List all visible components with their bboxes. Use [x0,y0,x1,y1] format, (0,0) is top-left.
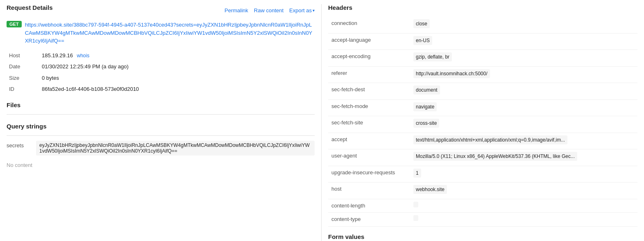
whois-link[interactable]: whois [77,53,90,59]
header-value: gzip, deflate, br [413,52,452,61]
header-value: 1 [413,169,421,178]
header-row: accept-encoding gzip, deflate, br [328,50,637,67]
date-label: Date [7,61,39,72]
header-value [413,215,418,221]
header-row: content-type [328,213,637,227]
form-values-section: Form values (empty) [328,233,637,241]
header-key: accept [328,133,410,149]
header-value-cell: 1 [410,166,637,182]
header-row: user-agent Mozilla/5.0 (X11; Linux x86_6… [328,149,637,166]
query-key: secrets [7,141,31,149]
header-key: sec-fetch-mode [328,99,410,116]
query-strings-section: Query strings secrets eyJyZXN1bHRzIjpbey… [7,123,315,155]
header-key: content-length [328,199,410,213]
size-label: Size [7,72,39,84]
header-row: sec-fetch-mode navigate [328,99,637,116]
export-label: Export as [289,7,312,14]
header-key: upgrade-insecure-requests [328,166,410,182]
header-value-cell: cross-site [410,116,637,133]
no-content-label: No content [7,162,315,168]
headers-section: Headers connection close accept-language… [328,4,637,227]
header-key: accept-language [328,33,410,50]
header-row: host webhook.site [328,182,637,199]
header-value-cell: Mozilla/5.0 (X11; Linux x86_64) AppleWeb… [410,149,637,166]
permalink-link[interactable]: Permalink [224,7,248,14]
header-value: navigate [413,102,437,111]
header-value: en-US [413,36,432,45]
method-badge: GET [7,21,22,27]
files-section: Files [7,101,315,115]
header-value: text/html,application/xhtml+xml,applicat… [413,135,567,144]
request-details-title: Request Details [7,4,53,13]
export-button[interactable]: Export as ▾ [289,7,315,14]
header-key: content-type [328,213,410,227]
header-row: connection close [328,17,637,33]
header-row: accept-language en-US [328,33,637,50]
header-key: host [328,182,410,199]
header-value: webhook.site [413,185,447,194]
header-value-cell: document [410,83,637,100]
header-value-cell: http://vault.insomnihack.ch:5000/ [410,66,637,83]
header-key: connection [328,17,410,33]
size-row: Size 0 bytes [7,72,315,84]
query-row: secrets eyJyZXN1bHRzIjpbeyJpbnNlcnR0aW1l… [7,141,315,155]
url-row: GET https://webhook.site/388bc797-594f-4… [7,21,315,45]
header-row: referer http://vault.insomnihack.ch:5000… [328,66,637,83]
header-value: Mozilla/5.0 (X11; Linux x86_64) AppleWeb… [413,152,577,161]
header-key: sec-fetch-site [328,116,410,133]
raw-content-link[interactable]: Raw content [254,7,283,14]
header-value: close [413,19,430,28]
header-value: http://vault.insomnihack.ch:5000/ [413,69,490,78]
headers-title: Headers [328,4,637,13]
header-value-cell [410,213,637,227]
date-value: 01/30/2022 12:25:49 PM (a day ago) [39,61,315,72]
request-url[interactable]: https://webhook.site/388bc797-594f-4945-… [25,21,315,45]
header-row: content-length [328,199,637,213]
size-value: 0 bytes [39,72,315,84]
header-value-cell: en-US [410,33,637,50]
host-value: 185.19.29.16 whois [39,50,315,61]
id-value: 86fa52ed-1c6f-4406-b108-573e0f0d2010 [39,83,315,95]
header-value: document [413,86,440,95]
query-strings-title: Query strings [7,123,315,131]
header-value: cross-site [413,119,439,128]
query-value: eyJyZXN1bHRzIjpbeyJpbnNlcnR0aW1lIjoiRnJp… [36,141,315,155]
files-divider [7,114,315,115]
header-row: sec-fetch-site cross-site [328,116,637,133]
headers-table: connection close accept-language en-US a… [328,17,637,227]
header-row: sec-fetch-dest document [328,83,637,100]
host-row: Host 185.19.29.16 whois [7,50,315,61]
query-strings-divider [7,135,315,136]
files-title: Files [7,101,315,110]
header-value-cell: close [410,17,637,33]
form-values-title: Form values [328,233,637,241]
date-row: Date 01/30/2022 12:25:49 PM (a day ago) [7,61,315,72]
header-value-cell: navigate [410,99,637,116]
header-value-cell: text/html,application/xhtml+xml,applicat… [410,133,637,149]
header-row: upgrade-insecure-requests 1 [328,166,637,182]
header-value-cell: gzip, deflate, br [410,50,637,67]
host-label: Host [7,50,39,61]
header-key: accept-encoding [328,50,410,67]
header-key: user-agent [328,149,410,166]
header-row: accept text/html,application/xhtml+xml,a… [328,133,637,149]
id-row: ID 86fa52ed-1c6f-4406-b108-573e0f0d2010 [7,83,315,95]
chevron-down-icon: ▾ [313,8,315,13]
request-info-table: Host 185.19.29.16 whois Date 01/30/2022 … [7,50,315,95]
header-value-cell: webhook.site [410,182,637,199]
header-value [413,202,418,207]
header-key: referer [328,66,410,83]
header-key: sec-fetch-dest [328,83,410,100]
header-value-cell [410,199,637,213]
id-label: ID [7,83,39,95]
